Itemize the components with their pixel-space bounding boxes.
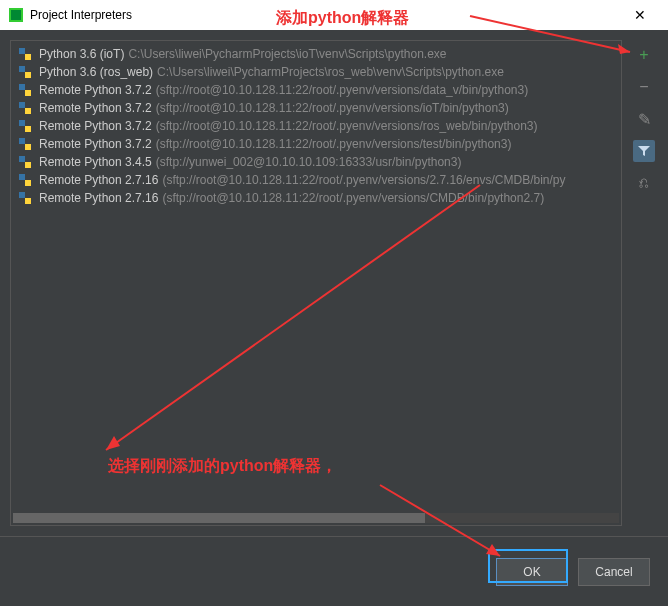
interpreter-path: (sftp://root@10.10.128.11:22/root/.pyenv…: [156, 101, 509, 115]
interpreter-name: Remote Python 2.7.16: [39, 191, 158, 205]
interpreter-name: Remote Python 3.7.2: [39, 137, 152, 151]
python-icon: [17, 64, 33, 80]
filter-button[interactable]: [633, 140, 655, 162]
cancel-button[interactable]: Cancel: [578, 558, 650, 586]
interpreter-path: C:\Users\liwei\PycharmProjects\ioT\venv\…: [128, 47, 446, 61]
svg-rect-19: [25, 198, 31, 204]
svg-rect-8: [19, 102, 25, 108]
app-icon: [8, 7, 24, 23]
dialog-body: Python 3.6 (ioT)C:\Users\liwei\PycharmPr…: [0, 30, 668, 536]
toolbar: + − ✎ ⎌: [630, 40, 658, 526]
python-icon: [17, 172, 33, 188]
list-item[interactable]: Remote Python 3.4.5(sftp://yunwei_002@10…: [11, 153, 622, 171]
python-icon: [17, 136, 33, 152]
svg-rect-6: [19, 84, 25, 90]
svg-rect-5: [25, 72, 31, 78]
list-item[interactable]: Remote Python 3.7.2(sftp://root@10.10.12…: [11, 81, 622, 99]
svg-rect-10: [19, 120, 25, 126]
interpreter-path: (sftp://root@10.10.128.11:22/root/.pyenv…: [156, 119, 538, 133]
svg-rect-2: [19, 48, 25, 54]
svg-rect-4: [19, 66, 25, 72]
interpreter-path: (sftp://root@10.10.128.11:22/root/.pyenv…: [156, 83, 528, 97]
svg-rect-17: [25, 180, 31, 186]
interpreter-name: Remote Python 2.7.16: [39, 173, 158, 187]
interpreter-path: (sftp://root@10.10.128.11:22/root/.pyenv…: [162, 173, 565, 187]
svg-rect-9: [25, 108, 31, 114]
svg-rect-16: [19, 174, 25, 180]
interpreter-path: (sftp://root@10.10.128.11:22/root/.pyenv…: [162, 191, 544, 205]
python-icon: [17, 82, 33, 98]
svg-rect-12: [19, 138, 25, 144]
list-item[interactable]: Remote Python 3.7.2(sftp://root@10.10.12…: [11, 117, 622, 135]
list-item[interactable]: Remote Python 2.7.16(sftp://root@10.10.1…: [11, 171, 622, 189]
dialog-footer: OK Cancel: [0, 536, 668, 606]
interpreter-path: (sftp://yunwei_002@10.10.10.109:16333/us…: [156, 155, 462, 169]
edit-interpreter-button[interactable]: ✎: [633, 108, 655, 130]
python-icon: [17, 100, 33, 116]
interpreter-list[interactable]: Python 3.6 (ioT)C:\Users\liwei\PycharmPr…: [10, 40, 622, 526]
svg-rect-1: [11, 10, 21, 20]
svg-rect-7: [25, 90, 31, 96]
add-interpreter-button[interactable]: +: [633, 44, 655, 66]
svg-rect-15: [25, 162, 31, 168]
list-item[interactable]: Remote Python 2.7.16(sftp://root@10.10.1…: [11, 189, 622, 207]
ok-button[interactable]: OK: [496, 558, 568, 586]
python-icon: [17, 154, 33, 170]
interpreter-path: C:\Users\liwei\PycharmProjects\ros_web\v…: [157, 65, 504, 79]
list-item[interactable]: Python 3.6 (ros_web)C:\Users\liwei\Pycha…: [11, 63, 622, 81]
python-icon: [17, 190, 33, 206]
window-title: Project Interpreters: [30, 8, 620, 22]
interpreter-path: (sftp://root@10.10.128.11:22/root/.pyenv…: [156, 137, 512, 151]
interpreter-name: Remote Python 3.7.2: [39, 101, 152, 115]
svg-rect-11: [25, 126, 31, 132]
scrollbar-thumb[interactable]: [13, 513, 425, 523]
interpreter-name: Remote Python 3.7.2: [39, 119, 152, 133]
svg-rect-14: [19, 156, 25, 162]
svg-rect-18: [19, 192, 25, 198]
python-icon: [17, 46, 33, 62]
remove-interpreter-button[interactable]: −: [633, 76, 655, 98]
interpreter-name: Python 3.6 (ioT): [39, 47, 124, 61]
python-icon: [17, 118, 33, 134]
list-item[interactable]: Python 3.6 (ioT)C:\Users\liwei\PycharmPr…: [11, 45, 622, 63]
list-item[interactable]: Remote Python 3.7.2(sftp://root@10.10.12…: [11, 135, 622, 153]
interpreter-name: Remote Python 3.7.2: [39, 83, 152, 97]
interpreter-name: Python 3.6 (ros_web): [39, 65, 153, 79]
titlebar: Project Interpreters ✕: [0, 0, 668, 30]
horizontal-scrollbar[interactable]: [13, 513, 619, 523]
svg-rect-13: [25, 144, 31, 150]
close-button[interactable]: ✕: [620, 0, 660, 30]
interpreter-name: Remote Python 3.4.5: [39, 155, 152, 169]
svg-rect-3: [25, 54, 31, 60]
show-paths-button[interactable]: ⎌: [633, 172, 655, 194]
list-item[interactable]: Remote Python 3.7.2(sftp://root@10.10.12…: [11, 99, 622, 117]
